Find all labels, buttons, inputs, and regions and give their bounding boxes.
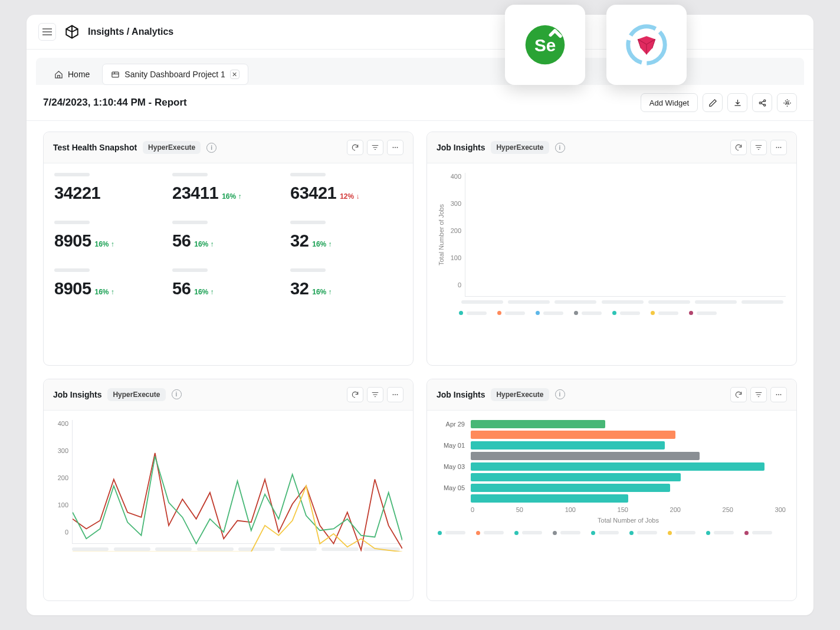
- more-button[interactable]: [387, 387, 403, 402]
- metric: 56 16% ↑: [172, 221, 284, 251]
- metric-delta: 16% ↑: [312, 288, 332, 296]
- filter-button[interactable]: [367, 387, 383, 402]
- ruby-icon: [624, 22, 670, 68]
- tab-label: Sanity Dashboard Project 1: [124, 70, 225, 79]
- x-tick: [741, 300, 783, 304]
- svg-point-16: [780, 394, 782, 395]
- legend-item: [668, 531, 695, 535]
- info-icon[interactable]: i: [555, 143, 565, 153]
- metric-delta: 12% ↓: [340, 192, 359, 201]
- y-axis-label: Total Number of Jobs: [438, 173, 445, 297]
- metric: 56 16% ↑: [172, 268, 284, 298]
- page-actions: Add Widget: [641, 93, 797, 112]
- hbar-bar: [471, 462, 764, 471]
- settings-button[interactable]: [777, 93, 797, 112]
- download-button[interactable]: [727, 93, 747, 112]
- metric-label-placeholder: [54, 268, 90, 272]
- page-title: 7/24/2023, 1:10:44 PM - Report: [43, 97, 187, 109]
- card-bar: Job Insights HyperExecute i Total Number…: [426, 132, 797, 366]
- metric-label-placeholder: [290, 173, 326, 176]
- metric-label-placeholder: [54, 173, 90, 176]
- y-tick: 100: [54, 501, 68, 508]
- svg-point-13: [397, 394, 398, 395]
- refresh-button[interactable]: [730, 387, 747, 402]
- metric-value: 32: [290, 279, 309, 298]
- info-icon[interactable]: i: [206, 143, 216, 153]
- x-tick: 250: [723, 506, 733, 513]
- y-tick: 200: [447, 227, 461, 234]
- metric-label-placeholder: [172, 221, 208, 224]
- selenium-icon: Se: [523, 23, 567, 67]
- topbar: Insights / Analytics: [27, 15, 813, 50]
- hbar-label: May 05: [438, 484, 465, 491]
- legend-item: [514, 531, 542, 535]
- metric-value: 8905: [54, 279, 91, 298]
- legend: [438, 304, 786, 315]
- more-button[interactable]: [770, 140, 787, 155]
- x-tick: [554, 300, 596, 304]
- hbar-label: May 03: [438, 463, 465, 470]
- filter-button[interactable]: [367, 140, 383, 155]
- hbar-chart: Apr 29 May 01 May 03 May 05: [438, 420, 786, 503]
- more-button[interactable]: [387, 140, 403, 155]
- card-title: Job Insights: [437, 143, 485, 152]
- hbar-row: May 05: [438, 484, 786, 492]
- y-tick: 400: [54, 420, 68, 427]
- legend-item: [553, 531, 580, 535]
- metric-value: 34221: [54, 183, 100, 203]
- y-tick: 0: [54, 529, 68, 536]
- hbar-bar: [471, 473, 681, 481]
- hbar-label: May 01: [438, 442, 465, 449]
- y-tick: 100: [447, 254, 461, 261]
- svg-point-12: [395, 394, 396, 395]
- hbar-bar: [471, 494, 628, 503]
- metric-value: 56: [172, 279, 191, 298]
- filter-button[interactable]: [750, 140, 767, 155]
- metric: 34221: [54, 173, 166, 203]
- filter-icon: [754, 391, 763, 399]
- metric-delta: 16% ↑: [194, 240, 214, 248]
- hbar-row: [438, 452, 786, 460]
- cards-grid: Test Health Snapshot HyperExecute i 3422…: [27, 121, 813, 615]
- refresh-button[interactable]: [347, 387, 363, 402]
- metric-delta: 16% ↑: [194, 288, 214, 296]
- metric: 32 16% ↑: [290, 268, 402, 298]
- svg-point-15: [778, 394, 779, 395]
- refresh-button[interactable]: [347, 140, 363, 155]
- metrics-grid: 34221 23411 16% ↑ 63421 12% ↓ 8905 16% ↑: [54, 173, 402, 298]
- filter-button[interactable]: [750, 387, 767, 402]
- svg-point-4: [786, 101, 788, 104]
- card-tag: HyperExecute: [107, 388, 165, 401]
- y-tick: 400: [447, 173, 461, 180]
- tabs: Home Sanity Dashboard Project 1 ✕: [36, 58, 804, 85]
- line-chart: 4003002001000: [54, 420, 402, 544]
- filter-icon: [754, 143, 763, 152]
- close-tab-icon[interactable]: ✕: [230, 70, 239, 79]
- svg-point-8: [776, 147, 777, 148]
- ruby-card: [606, 5, 687, 85]
- refresh-button[interactable]: [730, 140, 747, 155]
- metric-label-placeholder: [172, 268, 208, 272]
- info-icon[interactable]: i: [555, 389, 565, 399]
- bar-chart: Total Number of Jobs 4003002001000: [438, 173, 786, 297]
- share-button[interactable]: [752, 93, 772, 112]
- tab-home[interactable]: Home: [45, 64, 99, 85]
- tab-active[interactable]: Sanity Dashboard Project 1 ✕: [102, 64, 248, 85]
- x-tick: [508, 300, 550, 304]
- info-icon[interactable]: i: [172, 389, 182, 399]
- pencil-icon: [708, 99, 717, 107]
- x-tick: 100: [565, 506, 576, 513]
- add-widget-button[interactable]: Add Widget: [641, 93, 698, 112]
- more-button[interactable]: [770, 387, 787, 402]
- x-tick: 50: [516, 506, 523, 513]
- hbar-row: May 01: [438, 441, 786, 449]
- metric: 32 16% ↑: [290, 221, 402, 251]
- metric: 8905 16% ↑: [54, 268, 166, 298]
- x-tick: [695, 300, 737, 304]
- legend-item: [629, 531, 657, 535]
- edit-button[interactable]: [703, 93, 723, 112]
- menu-button[interactable]: [38, 23, 56, 41]
- svg-rect-0: [112, 72, 119, 77]
- legend-item: [651, 311, 678, 315]
- app-window: Insights / Analytics Home Sanity Dashboa…: [27, 15, 813, 615]
